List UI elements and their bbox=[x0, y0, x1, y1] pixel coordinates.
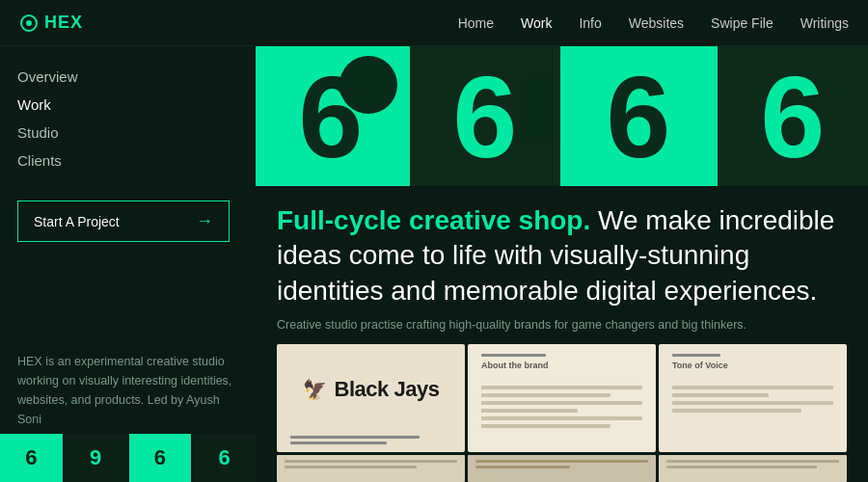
project-cards: 🦅 Black Jays About the brand bbox=[256, 344, 868, 452]
project-card-1[interactable]: 🦅 Black Jays bbox=[277, 344, 465, 452]
main-layout: Overview Work Studio Clients Start A Pro… bbox=[0, 46, 868, 482]
strip-num-4: 6 bbox=[760, 58, 825, 174]
sidebar-item-clients[interactable]: Clients bbox=[17, 149, 238, 172]
nav-info[interactable]: Info bbox=[579, 15, 601, 31]
nav-websites[interactable]: Websites bbox=[629, 15, 684, 31]
start-project-button[interactable]: Start A Project → bbox=[17, 201, 230, 242]
project-card-2[interactable]: About the brand bbox=[468, 344, 656, 452]
card-line bbox=[672, 409, 801, 413]
card-line bbox=[481, 416, 642, 420]
strip-block-3: 6 bbox=[563, 46, 715, 186]
card-tone-area: Tone of Voice bbox=[659, 344, 847, 376]
strip-block-4: 6 bbox=[718, 46, 869, 186]
start-project-label: Start A Project bbox=[34, 214, 120, 229]
bottom-card-1 bbox=[277, 455, 465, 482]
card-about-label: About the brand bbox=[468, 344, 656, 376]
text-section: Full-cycle creative shop. We make incred… bbox=[256, 186, 868, 344]
card-line bbox=[672, 393, 769, 397]
main-nav: Home Work Info Websites Swipe File Writi… bbox=[458, 15, 849, 31]
card-line bbox=[481, 424, 610, 428]
sidebar-item-overview[interactable]: Overview bbox=[17, 66, 238, 88]
arrow-right-icon: → bbox=[196, 211, 213, 231]
content-area: 6 6 6 6 Full-cycle creative shop. We mak… bbox=[256, 46, 868, 482]
black-jays-logo: 🦅 Black Jays bbox=[303, 377, 440, 402]
tile-4: 6 bbox=[193, 434, 256, 482]
card-line bbox=[481, 393, 610, 397]
nav-work[interactable]: Work bbox=[521, 15, 552, 31]
strip-block-1: 6 bbox=[256, 46, 407, 186]
strip-dot-3 bbox=[666, 94, 715, 152]
card-tone-lines bbox=[659, 376, 847, 452]
headline: Full-cycle creative shop. We make incred… bbox=[277, 203, 847, 308]
bottom-card-3 bbox=[659, 455, 847, 482]
subtext: Creative studio practise crafting high-q… bbox=[277, 316, 847, 335]
sidebar-description: HEX is an experimental creative studio w… bbox=[17, 352, 238, 429]
strip-num-3: 6 bbox=[607, 58, 671, 174]
nav-home[interactable]: Home bbox=[458, 15, 494, 31]
card-logo-area: 🦅 Black Jays bbox=[277, 344, 465, 436]
tile-3: 6 bbox=[129, 434, 192, 482]
strip-num-1: 6 bbox=[299, 58, 364, 174]
logo-icon bbox=[19, 13, 39, 33]
brand-name: Black Jays bbox=[335, 377, 440, 402]
logo[interactable]: HEX bbox=[19, 13, 83, 33]
header: HEX Home Work Info Websites Swipe File W… bbox=[0, 0, 868, 46]
strip-rect bbox=[522, 75, 560, 143]
card-content-lines bbox=[468, 376, 656, 452]
card-small-text bbox=[277, 436, 465, 452]
nav-swipe-file[interactable]: Swipe File bbox=[711, 15, 773, 31]
headline-emphasis: Full-cycle creative shop. bbox=[277, 205, 590, 235]
tile-1: 6 bbox=[0, 434, 63, 482]
sidebar-tiles: 6 9 6 6 bbox=[0, 434, 256, 482]
sidebar-description-area: HEX is an experimental creative studio w… bbox=[17, 352, 238, 429]
card-line bbox=[672, 401, 833, 405]
nav-writings[interactable]: Writings bbox=[800, 15, 849, 31]
card-line bbox=[481, 386, 642, 389]
card-line bbox=[481, 409, 578, 413]
bottom-card-2 bbox=[468, 455, 656, 482]
sidebar-item-work[interactable]: Work bbox=[17, 94, 238, 116]
strip-num-2: 6 bbox=[452, 58, 517, 174]
project-card-3[interactable]: Tone of Voice bbox=[659, 344, 847, 452]
bottom-strip bbox=[256, 455, 868, 482]
strip-block-2: 6 bbox=[410, 46, 561, 186]
card-line bbox=[481, 401, 642, 405]
sidebar: Overview Work Studio Clients Start A Pro… bbox=[0, 46, 256, 482]
card-line bbox=[672, 386, 833, 389]
sidebar-nav: Overview Work Studio Clients bbox=[17, 66, 238, 172]
card-tone-label: Tone of Voice bbox=[672, 361, 728, 370]
sidebar-item-studio[interactable]: Studio bbox=[17, 121, 238, 144]
tile-2: 9 bbox=[65, 434, 127, 482]
svg-point-1 bbox=[26, 20, 32, 26]
logo-text: HEX bbox=[44, 13, 83, 33]
decorative-strip: 6 6 6 6 bbox=[256, 46, 868, 186]
bird-icon: 🦅 bbox=[303, 378, 327, 401]
